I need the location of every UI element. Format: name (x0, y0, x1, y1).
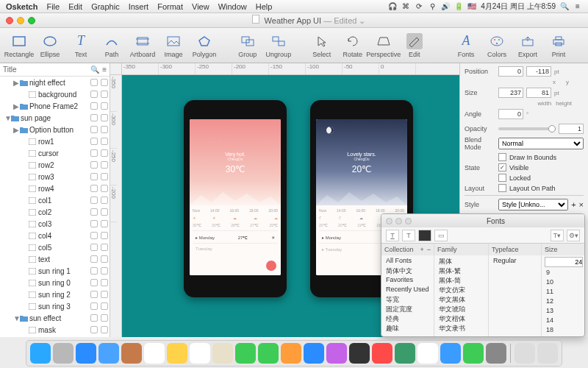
zoom-window[interactable] (28, 17, 35, 24)
visibility-toggle[interactable] (90, 244, 98, 251)
disclosure-icon[interactable]: ▶ (13, 79, 19, 87)
lock-toggle[interactable] (101, 91, 108, 98)
tool-edit[interactable]: Edit (400, 33, 429, 58)
dock-trash[interactable] (537, 343, 558, 364)
lock-toggle[interactable] (101, 267, 108, 275)
font-list-item[interactable]: 华文隶书 (434, 323, 488, 333)
layer-row[interactable]: text (0, 253, 110, 265)
visible-check[interactable]: ✓ (498, 163, 506, 171)
dock-app-finder[interactable] (30, 343, 51, 364)
underline-btn[interactable]: T (386, 230, 399, 241)
tool-colors[interactable]: Colors (482, 33, 512, 58)
lock-toggle[interactable] (101, 279, 108, 286)
layer-row[interactable]: background (0, 88, 110, 100)
tool-artboard[interactable]: Artboard (128, 33, 157, 58)
disclosure-icon[interactable]: ▶ (13, 102, 19, 110)
lock-toggle[interactable] (101, 185, 108, 192)
visibility-toggle[interactable] (90, 138, 98, 145)
layer-row[interactable]: row1 (0, 135, 110, 147)
dock-app-mail[interactable] (98, 343, 119, 364)
layer-row[interactable]: ▼sun page (0, 112, 110, 124)
font-list-item[interactable]: 趣味 (381, 323, 434, 333)
lock-toggle[interactable] (101, 102, 108, 110)
layer-row[interactable]: sun ring 1 (0, 265, 110, 277)
lock-toggle[interactable] (101, 173, 108, 180)
function-icon[interactable]: ⌘ (401, 2, 410, 11)
disclosure-icon[interactable]: ▼ (4, 114, 10, 122)
tool-rotate[interactable]: Rotate (338, 33, 368, 58)
font-list-item[interactable]: 等宽 (381, 294, 434, 304)
visibility-toggle[interactable] (90, 255, 98, 263)
fonts-panel-header[interactable]: Fonts (381, 214, 584, 227)
font-list-item[interactable]: 华文琥珀 (434, 304, 488, 314)
menu-file[interactable]: File (46, 2, 60, 11)
wifi-icon[interactable]: ⚲ (428, 2, 437, 11)
tool-text[interactable]: TText (66, 33, 96, 58)
lock-toggle[interactable] (101, 79, 108, 86)
tool-export[interactable]: Export (513, 33, 542, 58)
dock-app-messages[interactable] (235, 343, 256, 364)
minimize-window[interactable] (17, 17, 24, 24)
fonts-panel[interactable]: Fonts T T ▭ T▾ ⚙▾ Collection+− All Fonts… (381, 213, 585, 337)
text-options-btn[interactable]: T▾ (551, 230, 564, 241)
font-list-item[interactable]: 华文楷体 (434, 314, 488, 323)
font-list-item[interactable]: 10 (542, 277, 584, 287)
tool-image[interactable]: Image (159, 33, 188, 58)
font-list-item[interactable]: 简体中文 (381, 266, 434, 275)
font-list-item[interactable]: Favorites (381, 275, 434, 285)
font-list-item[interactable]: All Fonts (381, 256, 434, 266)
font-list-item[interactable]: Recently Used (381, 285, 434, 294)
menu-format[interactable]: Format (157, 2, 183, 11)
strike-btn[interactable]: T (402, 230, 415, 241)
layer-row[interactable]: col1 (0, 194, 110, 206)
opacity-field[interactable]: 1 (559, 124, 584, 134)
tool-ungroup[interactable]: Ungroup (264, 33, 293, 58)
dock-app-chrome[interactable] (417, 343, 438, 364)
visibility-toggle[interactable] (90, 149, 98, 157)
edited-chevron[interactable]: ⌄ (359, 16, 365, 25)
font-list-item[interactable]: 24 (542, 335, 584, 336)
visibility-toggle[interactable] (90, 114, 98, 121)
phone-mockup-1[interactable]: Very hot. ChengDu 30℃ Now 14:0016:0018:0… (184, 100, 287, 297)
close-window[interactable] (6, 17, 13, 24)
dock-app-qq[interactable] (440, 343, 461, 364)
color-btn[interactable] (418, 230, 431, 241)
size-h[interactable]: 81 (526, 88, 551, 98)
menu-graphic[interactable]: Graphic (91, 2, 120, 11)
lock-toggle[interactable] (101, 232, 108, 239)
layer-row[interactable]: ▶Phone Frame2 (0, 100, 110, 112)
font-list-item[interactable]: 9 (542, 268, 584, 277)
font-list-item[interactable]: 固定宽度 (381, 304, 434, 314)
dock-app-notes[interactable] (167, 343, 187, 364)
visibility-toggle[interactable] (90, 302, 98, 310)
visibility-toggle[interactable] (90, 102, 98, 110)
visibility-toggle[interactable] (90, 126, 98, 133)
layer-row[interactable]: col3 (0, 218, 110, 230)
dock-app-contacts[interactable] (121, 343, 142, 364)
layer-row[interactable]: row3 (0, 171, 110, 183)
layer-row[interactable]: cursor (0, 147, 110, 159)
dock-app-terminal[interactable] (349, 343, 370, 364)
layer-row[interactable]: sun ring 3 (0, 300, 110, 312)
dock-app-itunes[interactable] (326, 343, 347, 364)
dock-app-calendar[interactable] (144, 343, 165, 364)
gear-btn[interactable]: ⚙▾ (567, 230, 580, 241)
menu-icon[interactable]: ≡ (102, 66, 107, 74)
lock-toggle[interactable] (101, 291, 108, 298)
sync-icon[interactable]: ⟳ (415, 2, 423, 11)
search-icon[interactable]: 🔍 (90, 66, 99, 74)
dock-app-sketch[interactable] (372, 343, 392, 364)
visibility-toggle[interactable] (90, 208, 98, 216)
tool-group[interactable]: Group (233, 33, 262, 58)
font-list-item[interactable]: 黑体-简 (434, 275, 488, 285)
remove-collection[interactable]: − (427, 246, 431, 253)
visibility-toggle[interactable] (90, 314, 98, 322)
font-list-item[interactable]: 18 (542, 325, 584, 335)
layer-row[interactable]: ▶Option button (0, 124, 110, 135)
dock-app-maps[interactable] (212, 343, 233, 364)
fonts-zoom[interactable] (405, 218, 412, 224)
visibility-toggle[interactable] (90, 173, 98, 180)
visibility-toggle[interactable] (90, 326, 98, 333)
tool-path[interactable]: Path (97, 33, 126, 58)
lock-toggle[interactable] (101, 302, 108, 310)
